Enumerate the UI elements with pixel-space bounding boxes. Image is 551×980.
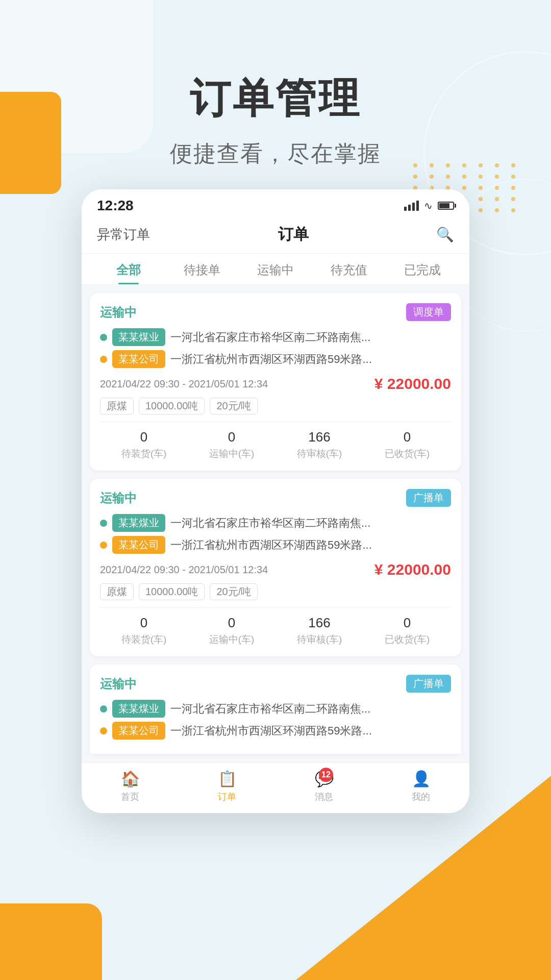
bottom-nav: 🏠 首页 📋 订单 12 💬 消息 👤 我的 (82, 762, 469, 813)
date-range: 2021/04/22 09:30 - 2021/05/01 12:34 (100, 378, 268, 390)
battery-icon (438, 202, 454, 210)
order-price: ¥ 22000.00 (374, 375, 451, 393)
bottom-nav-profile[interactable]: 👤 我的 (372, 770, 469, 803)
to-route: 一浙江省杭州市西湖区环湖西路59米路... (170, 723, 372, 739)
order-tag: 10000.00吨 (139, 583, 205, 600)
order-tag: 原煤 (100, 398, 134, 414)
status-time: 12:28 (97, 198, 134, 214)
to-dot (100, 542, 107, 549)
tab-recharge[interactable]: 待充值 (312, 254, 386, 284)
bottom-nav-home[interactable]: 🏠 首页 (82, 770, 179, 803)
from-dot (100, 520, 107, 527)
stat-value: 0 (100, 615, 188, 631)
home-nav-icon: 🏠 (121, 770, 140, 788)
from-company: 某某煤业 (112, 328, 165, 346)
stat-item: 166 待审核(车) (276, 615, 363, 646)
to-company: 某某公司 (112, 722, 165, 740)
order-status: 运输中 (100, 676, 137, 692)
stat-item: 0 已收货(车) (363, 615, 451, 646)
to-route: 一浙江省杭州市西湖区环湖西路59米路... (170, 352, 372, 367)
wifi-icon: ∿ (424, 200, 433, 212)
from-company: 某某煤业 (112, 514, 165, 532)
status-bar: 12:28 ∿ (82, 189, 469, 219)
stat-value: 166 (276, 429, 363, 445)
stat-value: 0 (188, 615, 276, 631)
order-nav-label: 订单 (218, 791, 236, 803)
order-badge: 广播单 (406, 675, 451, 693)
order-card[interactable]: 运输中 调度单 某某煤业 一河北省石家庄市裕华区南二环路南焦... 某某公司 一… (90, 293, 461, 471)
order-nav-icon: 📋 (218, 770, 237, 788)
stat-label: 待装货(车) (100, 633, 188, 646)
date-range: 2021/04/22 09:30 - 2021/05/01 12:34 (100, 564, 268, 576)
from-route: 一河北省石家庄市裕华区南二环路南焦... (170, 701, 370, 717)
tab-done[interactable]: 已完成 (386, 254, 459, 284)
stat-value: 0 (100, 429, 188, 445)
tab-all[interactable]: 全部 (92, 254, 165, 284)
stat-item: 0 待装货(车) (100, 615, 188, 646)
order-badge: 调度单 (406, 303, 451, 321)
order-badge: 广播单 (406, 489, 451, 507)
message-nav-label: 消息 (315, 791, 333, 803)
stat-label: 待装货(车) (100, 447, 188, 460)
nav-title: 订单 (278, 224, 309, 245)
stat-label: 运输中(车) (188, 633, 276, 646)
message-badge: 12 (319, 768, 333, 782)
from-dot (100, 334, 107, 341)
to-company: 某某公司 (112, 350, 165, 368)
page-subtitle: 便捷查看，尽在掌握 (0, 139, 551, 169)
stat-label: 已收货(车) (363, 447, 451, 460)
order-tag: 10000.00吨 (139, 398, 205, 414)
nav-bar: 异常订单 订单 🔍 (82, 219, 469, 254)
order-status: 运输中 (100, 490, 137, 506)
stat-value: 0 (363, 615, 451, 631)
order-tag: 原煤 (100, 583, 134, 600)
search-icon[interactable]: 🔍 (436, 226, 454, 243)
stat-item: 166 待审核(车) (276, 429, 363, 460)
abnormal-orders-link[interactable]: 异常订单 (97, 226, 150, 243)
order-tag: 20元/吨 (210, 398, 258, 414)
stat-item: 0 已收货(车) (363, 429, 451, 460)
stat-label: 待审核(车) (276, 633, 363, 646)
tab-bar: 全部待接单运输中待充值已完成 (82, 254, 469, 285)
stat-label: 已收货(车) (363, 633, 451, 646)
from-company: 某某煤业 (112, 700, 165, 718)
order-list: 运输中 调度单 某某煤业 一河北省石家庄市裕华区南二环路南焦... 某某公司 一… (82, 285, 469, 762)
tab-waiting[interactable]: 待接单 (165, 254, 239, 284)
order-status: 运输中 (100, 304, 137, 321)
stat-item: 0 待装货(车) (100, 429, 188, 460)
stat-value: 0 (188, 429, 276, 445)
status-icons: ∿ (404, 200, 454, 212)
order-tag: 20元/吨 (210, 583, 258, 600)
to-dot (100, 727, 107, 734)
header-section: 订单管理 便捷查看，尽在掌握 (0, 0, 551, 189)
page-content: 订单管理 便捷查看，尽在掌握 12:28 ∿ 异常订单 (0, 0, 551, 813)
bottom-nav-order[interactable]: 📋 订单 (179, 770, 276, 803)
signal-icon (404, 201, 419, 211)
to-dot (100, 356, 107, 363)
stat-label: 运输中(车) (188, 447, 276, 460)
phone-mockup: 12:28 ∿ 异常订单 订单 🔍 全部待接单运输中待充值已完成 (82, 189, 469, 813)
stat-value: 0 (363, 429, 451, 445)
from-route: 一河北省石家庄市裕华区南二环路南焦... (170, 330, 370, 345)
order-price: ¥ 22000.00 (374, 561, 451, 578)
home-nav-label: 首页 (121, 791, 139, 803)
from-dot (100, 705, 107, 713)
tab-shipping[interactable]: 运输中 (239, 254, 312, 284)
stat-item: 0 运输中(车) (188, 429, 276, 460)
order-card[interactable]: 运输中 广播单 某某煤业 一河北省石家庄市裕华区南二环路南焦... 某某公司 一… (90, 479, 461, 656)
order-card-partial[interactable]: 运输中 广播单 某某煤业 一河北省石家庄市裕华区南二环路南焦... 某某公司 一… (90, 665, 461, 754)
profile-nav-label: 我的 (412, 791, 430, 803)
to-company: 某某公司 (112, 536, 165, 554)
bottom-nav-message[interactable]: 12 💬 消息 (276, 770, 372, 803)
page-title: 订单管理 (0, 71, 551, 127)
stat-label: 待审核(车) (276, 447, 363, 460)
to-route: 一浙江省杭州市西湖区环湖西路59米路... (170, 537, 372, 553)
stat-value: 166 (276, 615, 363, 631)
stat-item: 0 运输中(车) (188, 615, 276, 646)
profile-nav-icon: 👤 (412, 770, 431, 788)
from-route: 一河北省石家庄市裕华区南二环路南焦... (170, 516, 370, 531)
